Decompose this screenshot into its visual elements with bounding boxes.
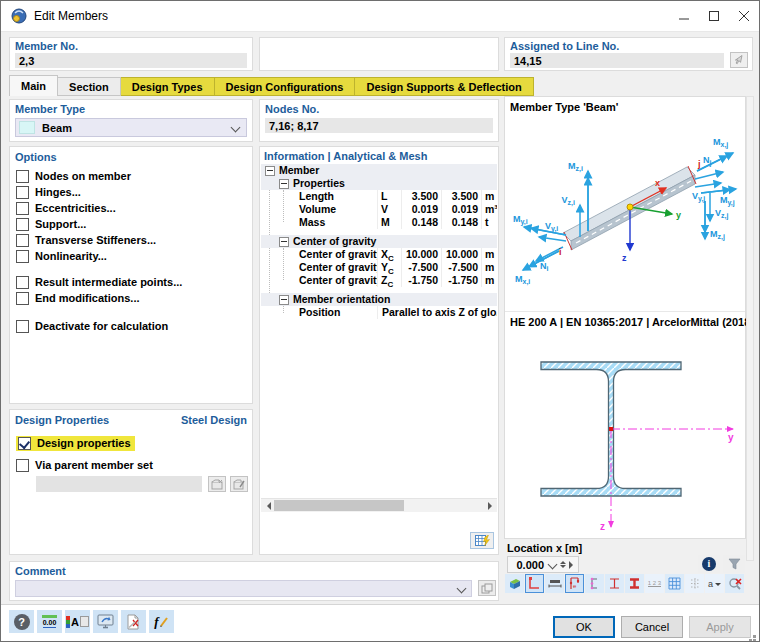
checkbox-nodes-on-member[interactable]: Nodes on member (16, 169, 131, 183)
copy-icon (481, 583, 493, 594)
title-bar: Edit Members (1, 1, 759, 32)
tree-group-center-of-gravity[interactable]: Center of gravity (261, 235, 497, 248)
numbering-button[interactable]: 1 2 3 (645, 574, 664, 593)
checkbox-support[interactable]: Support... (16, 217, 86, 231)
tree-group-member-orientation[interactable]: Member orientation (261, 293, 497, 306)
minimize-button[interactable] (669, 1, 699, 30)
delete-notes-button[interactable] (121, 610, 146, 633)
scrollbar-thumb[interactable] (274, 500, 404, 511)
checkbox-result-intermediate-points[interactable]: Result intermediate points... (16, 275, 182, 289)
checkbox-nonlinearity[interactable]: Nonlinearity... (16, 249, 107, 263)
collapse-icon[interactable] (279, 295, 289, 305)
apply-button[interactable]: Apply (689, 616, 751, 638)
scroll-left-arrow[interactable] (261, 499, 274, 512)
edit-member-set-button[interactable] (230, 476, 248, 492)
pencil-icon (160, 617, 169, 627)
checkbox-via-parent-member-set[interactable]: Via parent member set (16, 458, 153, 472)
collapse-icon[interactable] (265, 166, 275, 176)
section-info-button[interactable]: i (698, 555, 720, 573)
tab-design-configurations[interactable]: Design Configurations (215, 77, 356, 96)
edit-in-table-button[interactable] (470, 532, 494, 549)
tab-main[interactable]: Main (9, 75, 58, 96)
checkbox-design-properties[interactable]: Design properties (16, 436, 135, 450)
table-row-cog-x[interactable]: Center of gravity XC 10.000 10.000 m (261, 248, 497, 261)
tab-design-types[interactable]: Design Types (121, 77, 215, 96)
svg-text:x: x (655, 178, 660, 188)
tab-section[interactable]: Section (58, 77, 121, 96)
ok-button[interactable]: OK (553, 616, 615, 638)
tab-design-supports-deflection[interactable]: Design Supports & Deflection (355, 77, 533, 96)
display-properties-icon: A (71, 616, 79, 628)
main-dimensions-button[interactable]: e (565, 574, 584, 593)
page-delete-icon (126, 614, 141, 630)
svg-text:Mx,j: Mx,j (713, 137, 728, 149)
table-row-mass[interactable]: Mass M 0.148 0.148 t (261, 216, 497, 229)
units-button[interactable]: 0.00 (37, 610, 62, 633)
svg-text:My,i: My,i (513, 214, 528, 226)
units-ruler-icon (42, 615, 57, 618)
table-row-volume[interactable]: Volume V 0.019 0.019 m³ (261, 203, 497, 216)
table-row-cog-z[interactable]: Center of gravity ZC -1.750 -1.750 m (261, 274, 497, 287)
tab-bar: Main Section Design Types Design Configu… (9, 75, 534, 96)
outline-view-button[interactable] (525, 574, 544, 593)
parent-member-set-field[interactable] (36, 476, 202, 492)
header-empty-box (259, 37, 499, 71)
design-properties-title: Design Properties (15, 414, 109, 426)
scroll-right-arrow[interactable] (484, 499, 497, 512)
member-no-field[interactable]: 2,3 (15, 53, 247, 68)
formula-icon: f (154, 614, 158, 630)
chevron-down-icon[interactable] (548, 560, 558, 570)
close-button[interactable] (729, 1, 759, 30)
display-properties-button[interactable]: A (65, 610, 90, 633)
section-filter-button[interactable] (723, 555, 745, 573)
play-icon[interactable] (569, 561, 577, 569)
stress-points-button[interactable] (585, 574, 604, 593)
scrollbar-track[interactable] (274, 499, 484, 512)
cancel-button[interactable]: Cancel (621, 616, 683, 638)
comment-combo[interactable] (15, 580, 472, 597)
checkbox-icon (16, 202, 29, 215)
collapse-icon[interactable] (279, 237, 289, 247)
table-row-cog-y[interactable]: Center of gravity YC -7.500 -7.500 m (261, 261, 497, 274)
svg-text:i: i (559, 247, 562, 257)
formula-button[interactable]: f (149, 610, 174, 633)
stress-point-list-button[interactable] (685, 574, 704, 593)
checkbox-eccentricities[interactable]: Eccentricities... (16, 201, 116, 215)
dimensions-button[interactable] (545, 574, 564, 593)
section-caption: HE 200 A | EN 10365:2017 | ArcelorMittal… (510, 316, 754, 328)
table-row-length[interactable]: Length L 3.500 3.500 m (261, 190, 497, 203)
thin-section-button[interactable] (605, 574, 624, 593)
screen-view-button[interactable] (93, 610, 118, 633)
resize-grip[interactable] (745, 627, 759, 641)
copy-comment-button[interactable] (478, 580, 496, 596)
tree-group-properties[interactable]: Properties (261, 177, 497, 190)
assigned-line-field[interactable]: 14,15 (510, 53, 724, 68)
nodes-no-field[interactable]: 7,16; 8,17 (265, 118, 493, 133)
member-type-dropdown[interactable]: Beam (15, 118, 247, 137)
collapse-icon[interactable] (279, 179, 289, 189)
location-x-spinner[interactable]: 0.000 (507, 556, 579, 573)
font-size-dropdown[interactable]: a (705, 574, 724, 593)
rendered-view-icon (508, 577, 522, 591)
member-type-value: Beam (42, 122, 72, 134)
grid-button[interactable] (665, 574, 684, 593)
new-member-set-button[interactable] (208, 476, 226, 492)
vertical-scrollbar[interactable] (746, 96, 754, 561)
rendered-view-button[interactable] (505, 574, 524, 593)
checkbox-deactivate-for-calculation[interactable]: Deactivate for calculation (16, 319, 168, 333)
checkbox-end-modifications[interactable]: End modifications... (16, 291, 140, 305)
tree-group-member[interactable]: Member (261, 164, 497, 177)
info-icon: i (702, 557, 716, 571)
horizontal-scrollbar[interactable] (261, 498, 497, 512)
select-lines-button[interactable] (730, 52, 748, 68)
zoom-reset-button[interactable] (725, 574, 744, 593)
table-row-position[interactable]: Position Parallel to axis Z of glo... (261, 306, 497, 319)
checkbox-hinges[interactable]: Hinges... (16, 185, 81, 199)
maximize-button[interactable] (699, 1, 729, 30)
checkbox-transverse-stiffeners[interactable]: Transverse Stiffeners... (16, 233, 156, 247)
solid-section-button[interactable] (625, 574, 644, 593)
checkbox-checked-icon (18, 437, 31, 450)
spinner-arrows[interactable] (560, 558, 566, 571)
help-button[interactable]: ? (9, 610, 34, 633)
window-title: Edit Members (34, 9, 108, 23)
